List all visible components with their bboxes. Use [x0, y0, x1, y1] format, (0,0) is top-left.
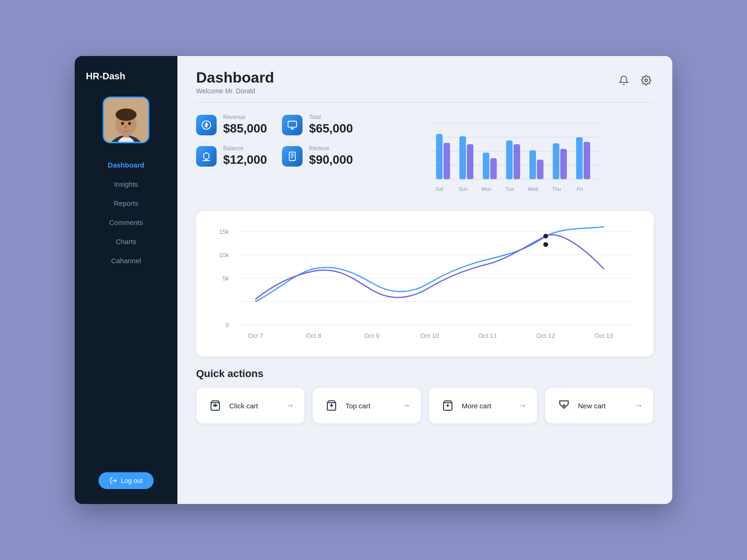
bar-chart: Sat Sun Mon Tue Web Thu Fri — [368, 114, 654, 198]
svg-text:Web: Web — [528, 186, 538, 192]
svg-rect-29 — [514, 144, 520, 179]
sidebar-item-reports[interactable]: Reports — [82, 195, 170, 212]
receive-info: Recieve $90,000 — [309, 145, 353, 167]
revenue-info: Revenue $85,000 — [223, 114, 267, 136]
stats-cards: Revenue $85,000 Total $65, — [196, 114, 353, 167]
nav-menu: Dashboard Insights Reports Comments Char… — [82, 156, 170, 465]
action-card-new-cart[interactable]: New cart → — [545, 387, 654, 424]
balance-icon — [196, 146, 217, 167]
sidebar-item-charts[interactable]: Charts — [82, 233, 170, 250]
svg-text:5k: 5k — [222, 275, 229, 282]
more-cart-icon — [439, 397, 456, 414]
click-cart-label: Click cart — [229, 402, 280, 410]
header-left: Dashboard Welcome Mr. Dorald — [196, 69, 274, 95]
welcome-text: Welcome Mr. Dorald — [196, 87, 274, 95]
click-cart-arrow: → — [286, 401, 294, 411]
receive-value: $90,000 — [309, 153, 353, 167]
svg-rect-34 — [576, 137, 583, 179]
balance-info: Balance $12,000 — [223, 145, 267, 167]
stat-card-revenue: Revenue $85,000 — [196, 114, 267, 136]
svg-rect-30 — [529, 150, 536, 179]
stat-card-balance: Balance $12,000 — [196, 145, 267, 167]
quick-actions-grid: Click cart → Top cart → — [196, 387, 654, 424]
line-chart-card: 15k 10k 5k 0 Oct 7 Oct 8 Oct 9 Oct 10 Oc… — [196, 211, 654, 357]
settings-icon[interactable] — [639, 73, 654, 88]
svg-point-60 — [543, 242, 548, 247]
svg-text:Mon: Mon — [481, 186, 491, 192]
svg-rect-23 — [444, 143, 450, 179]
revenue-value: $85,000 — [223, 121, 267, 136]
svg-rect-35 — [584, 142, 590, 179]
svg-point-5 — [115, 109, 136, 121]
bar-chart-container: Sat Sun Mon Tue Web Thu Fri — [368, 114, 654, 200]
content-area: Revenue $85,000 Total $65, — [177, 103, 672, 504]
svg-rect-31 — [537, 160, 543, 179]
app-container: HR-Dash — [75, 56, 672, 504]
total-info: Total $65,000 — [309, 114, 353, 136]
svg-text:Oct 8: Oct 8 — [306, 332, 321, 339]
stats-row: Revenue $85,000 Total $65, — [196, 114, 654, 200]
top-cart-icon — [323, 397, 340, 414]
svg-rect-28 — [506, 140, 513, 179]
more-cart-label: More cart — [462, 402, 513, 410]
svg-text:Oct  9: Oct 9 — [364, 332, 379, 339]
svg-text:Sun: Sun — [458, 186, 468, 192]
svg-rect-32 — [553, 143, 559, 179]
action-card-top-cart[interactable]: Top cart → — [312, 387, 421, 424]
quick-actions-title: Quick actions — [196, 368, 654, 380]
svg-rect-22 — [436, 134, 443, 179]
svg-text:Oct 10: Oct 10 — [421, 332, 439, 339]
page-title: Dashboard — [196, 69, 274, 86]
svg-text:Fri: Fri — [577, 186, 583, 192]
svg-text:Oct 11: Oct 11 — [479, 332, 497, 339]
receive-label: Recieve — [309, 145, 353, 152]
svg-point-7 — [128, 122, 131, 125]
action-card-more-cart[interactable]: More cart → — [429, 387, 537, 424]
receive-icon — [282, 146, 303, 167]
quick-actions-section: Quick actions Click cart → — [196, 368, 654, 424]
sidebar-item-comments[interactable]: Comments — [82, 214, 170, 231]
total-label: Total — [309, 114, 353, 120]
logout-icon — [110, 477, 117, 484]
stat-card-receive: Recieve $90,000 — [282, 145, 353, 167]
total-icon — [282, 115, 303, 135]
click-cart-icon — [207, 397, 224, 414]
line-chart: 15k 10k 5k 0 Oct 7 Oct 8 Oct 9 Oct 10 Oc… — [207, 222, 642, 343]
svg-rect-26 — [483, 153, 489, 179]
more-cart-arrow: → — [518, 401, 527, 411]
sidebar: HR-Dash — [75, 56, 177, 504]
avatar — [103, 97, 149, 143]
svg-text:0: 0 — [226, 322, 229, 329]
svg-point-6 — [121, 122, 124, 125]
svg-point-8 — [125, 126, 127, 128]
sidebar-item-insights[interactable]: Insights — [82, 175, 170, 193]
svg-rect-27 — [490, 158, 497, 179]
svg-text:Oct 12: Oct 12 — [536, 332, 555, 339]
svg-rect-24 — [459, 136, 466, 179]
svg-text:Tue: Tue — [506, 186, 514, 192]
revenue-icon — [196, 115, 217, 135]
svg-text:Thu: Thu — [552, 186, 561, 192]
svg-text:15k: 15k — [219, 228, 229, 235]
balance-label: Balance — [223, 145, 267, 152]
new-cart-arrow: → — [634, 401, 643, 411]
revenue-label: Revenue — [223, 114, 267, 120]
svg-text:Oct 13: Oct 13 — [594, 332, 613, 339]
logout-button[interactable]: Log out — [99, 472, 154, 489]
top-cart-arrow: → — [402, 401, 410, 411]
svg-rect-25 — [467, 144, 473, 179]
header-icons — [616, 73, 654, 88]
new-cart-label: New cart — [578, 402, 629, 410]
logout-label: Log out — [121, 477, 143, 484]
svg-point-9 — [645, 79, 648, 82]
svg-text:Oct 7: Oct 7 — [248, 332, 263, 339]
svg-point-59 — [543, 234, 548, 238]
sidebar-item-dashboard[interactable]: Dashboard — [82, 156, 170, 174]
top-cart-label: Top cart — [345, 402, 396, 410]
action-card-click-cart[interactable]: Click cart → — [196, 387, 305, 424]
sidebar-item-cahannel[interactable]: Cahannel — [82, 252, 170, 269]
stat-card-total: Total $65,000 — [282, 114, 353, 136]
svg-rect-33 — [560, 149, 567, 179]
svg-rect-11 — [288, 121, 296, 127]
notification-icon[interactable] — [616, 73, 631, 88]
